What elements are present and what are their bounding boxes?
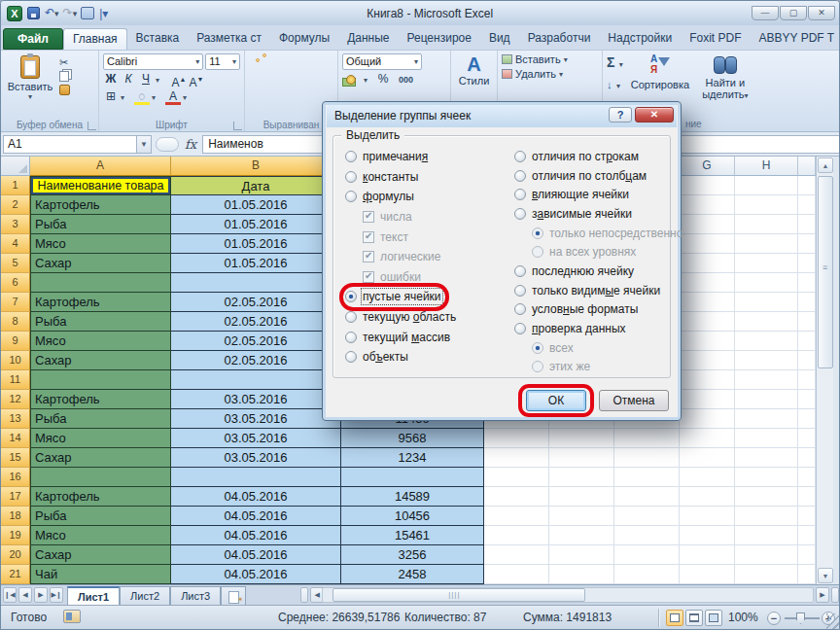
orientation-icon[interactable] (269, 53, 273, 57)
cell[interactable] (484, 545, 549, 565)
dlg-right-option-9[interactable]: проверка данных (514, 319, 626, 338)
cell[interactable] (798, 545, 816, 565)
cell[interactable] (735, 545, 798, 565)
zoom-level[interactable]: 100% (728, 611, 758, 624)
cell[interactable] (549, 565, 614, 584)
cell[interactable] (680, 370, 735, 390)
cell[interactable] (484, 429, 549, 448)
cell[interactable] (484, 507, 549, 526)
horizontal-scrollbar[interactable]: ◀ ▶ (246, 585, 840, 605)
dlg-right-option-7[interactable]: только видимые ячейки (514, 281, 660, 300)
cell-A1[interactable]: Наименование товара (30, 176, 171, 195)
font-size-select[interactable]: 11▾ (205, 53, 240, 70)
row-header-3[interactable]: 3 (1, 215, 30, 234)
radio-зависимые ячейки[interactable] (514, 208, 526, 220)
cell-B8[interactable]: 02.05.2016 (171, 312, 341, 332)
cell-B3[interactable]: 01.05.2016 (171, 215, 341, 234)
cell-B12[interactable]: 03.05.2016 (171, 390, 341, 409)
cell[interactable] (680, 195, 735, 215)
autosum-button[interactable]: Σ ▾ (607, 53, 623, 71)
font-dialog-launcher[interactable] (233, 122, 242, 130)
cell[interactable] (680, 351, 735, 370)
cell[interactable] (680, 254, 735, 273)
select-all-corner[interactable] (1, 157, 30, 176)
page-layout-view-button[interactable] (685, 610, 703, 626)
shrink-font-button[interactable]: А▼ (189, 72, 204, 88)
cell-A8[interactable]: Рыба (30, 312, 171, 332)
sort-filter-icon[interactable]: АЯ (650, 53, 670, 75)
cell-A14[interactable]: Мясо (30, 429, 171, 448)
cell-B14[interactable]: 03.05.2016 (171, 429, 341, 448)
zoom-out-icon[interactable]: − (767, 612, 781, 625)
cell[interactable] (680, 526, 735, 545)
cell-B10[interactable]: 02.05.2016 (171, 351, 341, 370)
last-sheet-icon[interactable]: ▶❙ (50, 587, 63, 603)
insert-worksheet-tab[interactable] (221, 586, 246, 605)
delete-cells-button[interactable]: Удалить▾ (502, 68, 598, 80)
next-sheet-icon[interactable]: ▶ (34, 587, 48, 603)
radio-влияющие ячейки[interactable] (514, 189, 526, 200)
cell[interactable] (549, 487, 614, 507)
radio-отличия по столбцам[interactable] (514, 170, 526, 182)
cell[interactable] (798, 332, 816, 351)
window-close-button[interactable]: ✕ (808, 6, 835, 20)
cell[interactable] (735, 351, 798, 370)
row-header-11[interactable]: 11 (1, 370, 30, 390)
cell[interactable] (614, 526, 680, 545)
dlg-left-option-8[interactable]: текущую область (345, 307, 456, 328)
cell[interactable] (735, 234, 798, 254)
font-color-button[interactable]: А (165, 89, 181, 105)
cell-B19[interactable]: 04.05.2016 (171, 526, 341, 545)
cell[interactable] (798, 468, 816, 487)
cell-B7[interactable]: 02.05.2016 (171, 293, 341, 312)
cell[interactable] (735, 429, 798, 448)
cell-C17[interactable]: 14589 (341, 487, 484, 507)
ribbon-tab-Рецензирое[interactable]: Рецензирое (398, 28, 479, 50)
cell[interactable] (549, 429, 614, 448)
dialog-help-button[interactable]: ? (609, 107, 632, 122)
clipboard-dialog-launcher[interactable] (88, 122, 96, 130)
cell[interactable] (680, 176, 735, 195)
sheet-tab-Лист1[interactable]: Лист1 (67, 586, 120, 605)
cell[interactable] (735, 254, 798, 273)
insert-function-icon[interactable]: fx (185, 137, 196, 152)
italic-button[interactable]: К (121, 72, 136, 88)
dlg-right-option-0[interactable]: отличия по строкам (514, 147, 639, 166)
cell[interactable] (614, 545, 680, 565)
macro-record-icon[interactable] (63, 610, 81, 623)
cell-A13[interactable]: Рыба (30, 409, 171, 429)
cell-B6[interactable] (171, 273, 341, 293)
cell-B1[interactable]: Дата (171, 176, 341, 195)
cell[interactable] (735, 468, 798, 487)
cell[interactable] (680, 273, 735, 293)
cell-C16[interactable] (341, 468, 484, 487)
cell-B21[interactable]: 04.05.2016 (171, 565, 341, 584)
normal-view-button[interactable] (666, 610, 683, 626)
cell[interactable] (484, 526, 549, 545)
cell[interactable] (680, 215, 735, 234)
dialog-close-icon[interactable]: ✕ (635, 107, 674, 122)
cell-A6[interactable] (30, 273, 171, 293)
dlg-left-option-2[interactable]: формулы (345, 187, 414, 207)
align-top-icon[interactable] (249, 53, 253, 57)
dlg-right-option-2[interactable]: влияющие ячейки (514, 185, 629, 204)
cell-C14[interactable]: 9568 (341, 429, 484, 448)
cell[interactable] (614, 507, 680, 526)
cell[interactable] (614, 429, 680, 448)
cell[interactable] (680, 429, 735, 448)
cell[interactable] (798, 507, 816, 526)
sheet-tab-Лист2[interactable]: Лист2 (120, 586, 170, 605)
ribbon-tab-Данные[interactable]: Данные (338, 28, 398, 50)
ribbon-tab-Разметка ст[interactable]: Разметка ст (188, 28, 270, 50)
ribbon-tab-Foxit PDF[interactable]: Foxit PDF (681, 28, 750, 50)
align-middle-icon[interactable] (256, 53, 260, 57)
cell-B18[interactable]: 04.05.2016 (171, 507, 341, 526)
align-left-icon[interactable] (249, 58, 253, 62)
cell[interactable] (614, 565, 680, 584)
cell[interactable] (549, 468, 614, 487)
sort-filter-label[interactable]: Сортировка (631, 79, 689, 90)
cell[interactable] (680, 448, 735, 468)
ribbon-tab-Формулы[interactable]: Формулы (270, 28, 338, 50)
cell[interactable] (680, 507, 735, 526)
name-box[interactable]: A1 (3, 135, 137, 154)
